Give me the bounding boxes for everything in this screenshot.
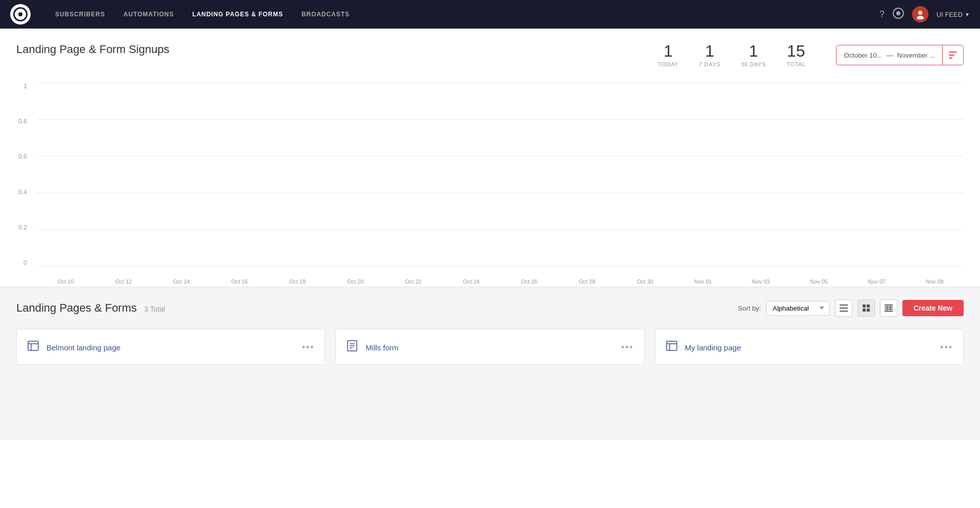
help-icon[interactable]: ? (879, 9, 885, 20)
nav-subscribers[interactable]: SUBSCRIBERS (46, 0, 114, 29)
x-label-14: Nov 07 (848, 278, 906, 285)
lp-cards: Belmont landing page ••• Mills form ••• (16, 329, 964, 365)
svg-rect-9 (840, 311, 848, 312)
svg-point-1 (896, 11, 900, 15)
svg-rect-19 (890, 304, 891, 312)
card-icon-form (346, 340, 358, 355)
lp-title-group: Landing Pages & Forms 3 Total (16, 301, 165, 315)
notification-icon[interactable] (893, 8, 904, 21)
x-label-15: Nov 09 (906, 278, 964, 285)
x-label-0: Oct 10 (37, 278, 95, 285)
x-label-9: Oct 28 (558, 278, 617, 285)
x-label-4: Oct 18 (268, 278, 327, 285)
signups-section: Landing Page & Form Signups 1 TODAY 1 7 … (0, 29, 980, 67)
svg-rect-18 (887, 304, 888, 312)
y-label-02: 0.2 (18, 224, 27, 231)
x-label-8: Oct 26 (500, 278, 558, 285)
date-range-text: October 10... — November ... (837, 52, 942, 59)
x-label-13: Nov 05 (790, 278, 848, 285)
logo[interactable] (10, 4, 31, 24)
x-label-5: Oct 20 (327, 278, 385, 285)
stat-7days-label: 7 DAYS (699, 61, 720, 67)
card-name-mills[interactable]: Mills form (365, 343, 614, 352)
signups-header: Landing Page & Form Signups 1 TODAY 1 7 … (16, 43, 964, 67)
view-table-btn[interactable] (880, 299, 897, 317)
x-label-2: Oct 14 (153, 278, 211, 285)
chart-x-labels: Oct 10Oct 12Oct 14Oct 16Oct 18Oct 20Oct … (37, 266, 964, 287)
main-content: Landing Page & Form Signups 1 TODAY 1 7 … (0, 29, 980, 508)
nav-landing-pages[interactable]: LANDING PAGES & FORMS (183, 0, 292, 29)
x-label-11: Nov 01 (674, 278, 732, 285)
svg-point-3 (917, 16, 924, 19)
stat-30days-label: 30 DAYS (741, 61, 766, 67)
date-range-control[interactable]: October 10... — November ... (836, 45, 964, 65)
chart-inner: 1 0.8 0.6 0.4 0.2 0 Oct 10Oct 12Oct 1 (37, 83, 964, 287)
signups-stats: 1 TODAY 1 7 DAYS 1 30 DAYS 15 TOTAL (658, 43, 805, 67)
svg-rect-16 (885, 309, 893, 310)
card-my-landing: My landing page ••• (655, 329, 964, 365)
lp-header: Landing Pages & Forms 3 Total Sort by: A… (16, 299, 964, 317)
card-menu-my-landing[interactable]: ••• (940, 342, 953, 353)
svg-rect-4 (949, 52, 957, 53)
navbar: SUBSCRIBERS AUTOMATIONS LANDING PAGES & … (0, 0, 980, 29)
x-label-7: Oct 24 (443, 278, 501, 285)
sort-select[interactable]: Alphabetical Date Created Date Modified (766, 301, 830, 316)
nav-broadcasts[interactable]: BROADCASTS (292, 0, 359, 29)
page-title: Landing Page & Form Signups (16, 43, 169, 56)
y-label-04: 0.4 (18, 189, 27, 196)
stat-total: 15 TOTAL (787, 43, 806, 67)
x-label-12: Nov 03 (732, 278, 790, 285)
y-label-06: 0.6 (18, 153, 27, 160)
create-new-button[interactable]: Create New (902, 300, 964, 316)
svg-rect-10 (863, 304, 866, 308)
svg-rect-17 (885, 311, 893, 312)
x-label-3: Oct 16 (211, 278, 269, 285)
stat-today-value: 1 (658, 43, 678, 59)
nav-automations[interactable]: AUTOMATIONS (114, 0, 183, 29)
card-name-belmont[interactable]: Belmont landing page (46, 343, 295, 352)
y-label-08: 0.8 (18, 118, 27, 125)
stat-7days-value: 1 (699, 43, 720, 59)
sort-label: Sort by: (738, 304, 761, 312)
stat-7days: 1 7 DAYS (699, 43, 720, 67)
card-icon-my-landing (666, 340, 678, 355)
avatar[interactable] (912, 6, 928, 22)
view-list-btn[interactable] (835, 299, 852, 317)
card-name-my-landing[interactable]: My landing page (685, 343, 933, 352)
lp-total: 3 Total (144, 305, 165, 313)
x-label-1: Oct 12 (95, 278, 153, 285)
stat-30days: 1 30 DAYS (741, 43, 766, 67)
svg-rect-11 (867, 304, 870, 308)
chart-container: 1 0.8 0.6 0.4 0.2 0 Oct 10Oct 12Oct 1 (0, 78, 980, 287)
chart-bars-area (37, 83, 964, 266)
card-menu-mills[interactable]: ••• (621, 342, 634, 353)
svg-rect-14 (885, 304, 893, 306)
svg-rect-8 (840, 308, 848, 309)
svg-rect-15 (885, 307, 893, 308)
card-menu-belmont[interactable]: ••• (302, 342, 314, 353)
date-range-filter-btn[interactable] (942, 45, 963, 65)
svg-rect-13 (867, 309, 870, 312)
stat-30days-value: 1 (741, 43, 766, 59)
view-grid-btn[interactable] (857, 299, 875, 317)
svg-rect-12 (863, 309, 866, 312)
svg-rect-27 (667, 341, 677, 350)
svg-rect-20 (28, 341, 38, 350)
x-label-6: Oct 22 (384, 278, 443, 285)
svg-rect-6 (949, 58, 952, 59)
stat-total-value: 15 (787, 43, 806, 59)
stat-total-label: TOTAL (787, 61, 806, 67)
lp-title: Landing Pages & Forms (16, 301, 137, 314)
svg-rect-7 (840, 304, 848, 306)
lp-section: Landing Pages & Forms 3 Total Sort by: A… (0, 287, 980, 440)
nav-user-label[interactable]: UI FEED ▼ (937, 11, 970, 18)
date-separator: — (887, 52, 893, 59)
card-belmont: Belmont landing page ••• (16, 329, 325, 365)
date-start: October 10... (844, 52, 882, 59)
stat-today-label: TODAY (658, 61, 678, 67)
svg-point-2 (918, 11, 922, 15)
svg-rect-5 (949, 55, 954, 56)
nav-links: SUBSCRIBERS AUTOMATIONS LANDING PAGES & … (46, 0, 879, 29)
card-mills: Mills form ••• (335, 329, 644, 365)
y-label-1: 1 (23, 83, 27, 90)
